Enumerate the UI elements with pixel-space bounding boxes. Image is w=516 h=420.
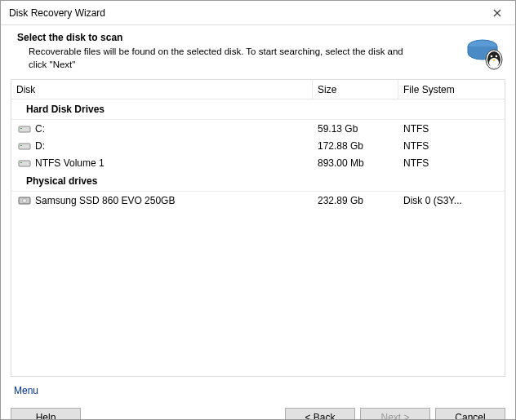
cancel-button[interactable]: Cancel	[435, 408, 505, 420]
header-description: Recoverable files will be found on the s…	[17, 46, 409, 71]
physical-drive-icon	[18, 196, 31, 206]
close-button[interactable]	[479, 1, 515, 24]
back-button[interactable]: < Back	[285, 408, 355, 420]
group-physical-drives: Physical drives	[11, 171, 505, 192]
table-row[interactable]: C: 59.13 Gb NTFS	[11, 120, 505, 137]
column-header-size[interactable]: Size	[313, 80, 398, 99]
window-title: Disk Recovery Wizard	[9, 7, 105, 19]
disk-filesystem: Disk 0 (S3Y...	[398, 195, 505, 206]
menu-link[interactable]: Menu	[1, 377, 515, 400]
svg-point-4	[491, 55, 493, 58]
drive-icon	[18, 124, 31, 134]
disk-size: 172.88 Gb	[313, 140, 398, 152]
disk-list-panel: Disk Size File System Hard Disk Drives C…	[11, 79, 505, 377]
table-row[interactable]: D: 172.88 Gb NTFS	[11, 137, 505, 154]
disk-filesystem: NTFS	[398, 123, 505, 135]
disk-size: 59.13 Gb	[313, 123, 398, 135]
disk-name: C:	[35, 123, 45, 135]
svg-rect-10	[19, 161, 30, 166]
svg-rect-8	[19, 144, 30, 149]
table-row[interactable]: NTFS Volume 1 893.00 Mb NTFS	[11, 154, 505, 171]
disk-size: 893.00 Mb	[313, 157, 398, 169]
wizard-icon	[465, 32, 504, 71]
disk-size: 232.89 Gb	[313, 195, 398, 206]
disk-name: Samsung SSD 860 EVO 250GB	[35, 195, 175, 206]
svg-point-13	[23, 198, 27, 202]
svg-rect-6	[19, 126, 30, 132]
column-header-filesystem[interactable]: File System	[398, 80, 505, 99]
header-title: Select the disk to scan	[17, 32, 458, 43]
header-text: Select the disk to scan Recoverable file…	[17, 32, 458, 71]
disk-filesystem: NTFS	[398, 140, 505, 152]
header: Select the disk to scan Recoverable file…	[1, 25, 515, 79]
drive-icon	[18, 158, 31, 168]
svg-rect-11	[20, 162, 22, 163]
titlebar: Disk Recovery Wizard	[1, 1, 515, 25]
disk-filesystem: NTFS	[398, 157, 505, 169]
table-row[interactable]: Samsung SSD 860 EVO 250GB 232.89 Gb Disk…	[11, 192, 505, 209]
button-bar: Help < Back Next > Cancel	[1, 400, 515, 420]
close-icon	[493, 9, 501, 17]
column-headers: Disk Size File System	[11, 80, 505, 99]
column-header-disk[interactable]: Disk	[11, 80, 313, 99]
svg-rect-9	[20, 145, 22, 146]
help-button[interactable]: Help	[11, 408, 81, 420]
group-hard-disks: Hard Disk Drives	[11, 99, 505, 120]
svg-rect-7	[20, 128, 22, 129]
spacer	[86, 408, 280, 420]
disk-name: D:	[35, 140, 45, 152]
disk-name: NTFS Volume 1	[35, 157, 105, 169]
next-button[interactable]: Next >	[360, 408, 430, 420]
svg-point-3	[489, 58, 499, 68]
drive-icon	[18, 141, 31, 151]
svg-point-5	[496, 55, 498, 58]
